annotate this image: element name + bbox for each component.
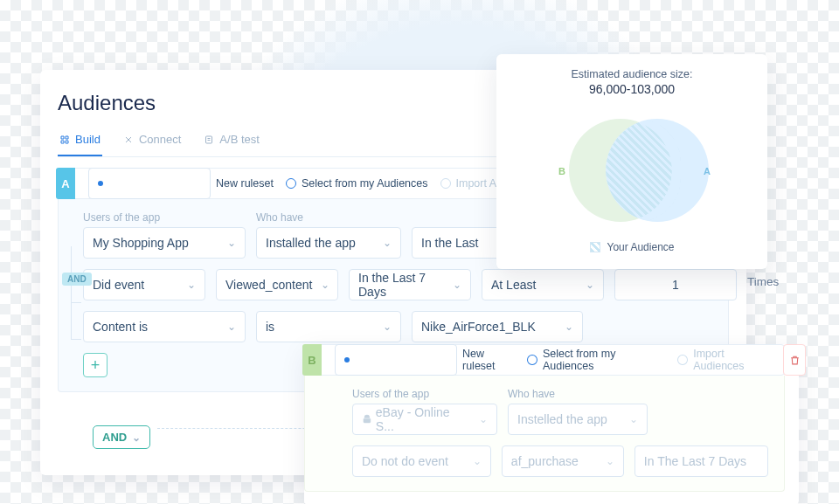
chevron-down-icon: ⌄ xyxy=(383,321,392,333)
trash-icon xyxy=(789,355,801,366)
tab-abtest[interactable]: A/B test xyxy=(202,128,261,156)
condition-row: Do not do event⌄ af_purchase⌄ In The Las… xyxy=(352,445,768,477)
estimator-legend: Your Audience xyxy=(514,241,750,253)
event-name-value: Viewed_content xyxy=(225,278,312,292)
estimator-title: Estimated audience size: xyxy=(514,68,750,80)
who-have-select[interactable]: Installed the app⌄ xyxy=(256,227,401,259)
add-condition-button[interactable]: + xyxy=(83,353,107,377)
venn-diagram: B A xyxy=(553,110,711,232)
option-select-from-audiences[interactable]: Select from my Audiences xyxy=(527,348,665,372)
app-select-value: My Shopping App xyxy=(93,236,189,250)
option-select-from-audiences[interactable]: Select from my Audiences xyxy=(286,177,428,190)
event-window-select[interactable]: In The Last 7 Days xyxy=(634,445,768,477)
venn-label-a: A xyxy=(704,166,711,176)
condition-row: Did event⌄ Viewed_content⌄ In the Last 7… xyxy=(83,269,712,300)
tree-branch xyxy=(71,302,81,303)
event-window-value: In The Last 7 Days xyxy=(644,454,746,468)
event-type-select[interactable]: Do not do event⌄ xyxy=(352,445,491,477)
chevron-down-icon: ⌄ xyxy=(227,321,236,333)
chevron-down-icon: ⌄ xyxy=(383,237,392,249)
ruleset-b-card: B New ruleset Select from my Audiences I… xyxy=(304,344,799,504)
tab-connect-label: Connect xyxy=(139,133,181,146)
event-type-select[interactable]: Did event⌄ xyxy=(83,269,205,300)
option-select-label: Select from my Audiences xyxy=(302,177,428,190)
option-import-audiences[interactable]: Import Audiences xyxy=(677,348,775,372)
venn-label-b: B xyxy=(558,166,565,176)
property-value-select[interactable]: Nike_AirForce1_BLK⌄ xyxy=(412,311,583,342)
label-who-have: Who have xyxy=(508,388,648,400)
who-have-value: Instelled the app xyxy=(517,412,607,426)
android-icon xyxy=(362,414,372,425)
condition-row: Users of the app eBay - Online S... ⌄ Wh… xyxy=(352,388,768,435)
property-value-value: Nike_AirForce1_BLK xyxy=(421,320,536,334)
delete-ruleset-b-button[interactable] xyxy=(783,344,806,376)
option-new-ruleset-label: New ruleset xyxy=(462,348,515,372)
event-comparator-select[interactable]: At Least⌄ xyxy=(482,269,604,300)
tab-build[interactable]: Build xyxy=(58,128,102,156)
chevron-down-icon: ⌄ xyxy=(479,413,488,425)
chevron-down-icon: ⌄ xyxy=(473,455,482,467)
event-count-input[interactable]: 1 xyxy=(614,269,737,300)
connect-icon xyxy=(123,135,134,145)
abtest-icon xyxy=(204,135,214,145)
option-select-label: Select from my Audiences xyxy=(543,348,665,372)
label-who-have: Who have xyxy=(256,211,401,224)
app-select-value: eBay - Online S... xyxy=(376,405,470,433)
event-type-value: Did event xyxy=(93,278,144,292)
property-op-select[interactable]: is⌄ xyxy=(256,311,401,342)
ruleset-join-and-button[interactable]: AND ⌄ xyxy=(93,425,150,449)
ruleset-b-badge: B xyxy=(302,344,322,376)
event-window-value: In the Last 7 Days xyxy=(358,271,444,299)
option-new-ruleset-label: New ruleset xyxy=(216,177,274,190)
venn-intersection xyxy=(593,119,681,222)
event-name-select[interactable]: af_purchase⌄ xyxy=(502,445,624,477)
event-comparator-value: At Least xyxy=(491,278,536,292)
chevron-down-icon: ⌄ xyxy=(565,321,573,333)
event-count-value: 1 xyxy=(672,278,679,292)
chevron-down-icon: ⌄ xyxy=(321,279,329,291)
event-window-select[interactable]: In the Last 7 Days⌄ xyxy=(349,269,471,300)
tab-connect[interactable]: Connect xyxy=(121,128,183,156)
ruleset-b-body: Users of the app eBay - Online S... ⌄ Wh… xyxy=(304,376,785,492)
and-connector-pill: AND xyxy=(62,273,92,286)
app-select[interactable]: My Shopping App⌄ xyxy=(83,227,246,259)
tree-branch xyxy=(71,339,81,340)
chevron-down-icon: ⌄ xyxy=(586,279,594,291)
property-op-value: is xyxy=(266,320,274,334)
event-name-value: af_purchase xyxy=(511,454,579,468)
build-icon xyxy=(59,135,70,145)
estimator-value: 96,000-103,000 xyxy=(514,82,750,96)
and-button-label: AND xyxy=(102,431,127,444)
ruleset-a-badge: A xyxy=(56,168,75,199)
who-have-value: Installed the app xyxy=(266,236,356,250)
ruleset-b-header: New ruleset Select from my Audiences Imp… xyxy=(304,344,785,376)
chevron-down-icon: ⌄ xyxy=(132,432,141,444)
chevron-down-icon: ⌄ xyxy=(629,413,638,425)
event-name-select[interactable]: Viewed_content⌄ xyxy=(216,269,338,300)
property-field-select[interactable]: Content is⌄ xyxy=(83,311,246,342)
who-have-select[interactable]: Instelled the app⌄ xyxy=(508,404,648,435)
tab-build-label: Build xyxy=(75,133,101,146)
times-label: Times xyxy=(747,275,779,295)
legend-swatch xyxy=(590,242,600,252)
who-have-window-value: In the Last xyxy=(421,236,478,250)
audience-estimator-card: Estimated audience size: 96,000-103,000 … xyxy=(496,54,767,269)
tab-abtest-label: A/B test xyxy=(219,133,260,146)
label-users-of-app: Users of the app xyxy=(83,211,246,224)
option-new-ruleset[interactable]: New ruleset xyxy=(88,168,274,199)
event-type-value: Do not do event xyxy=(362,454,448,468)
chevron-down-icon: ⌄ xyxy=(453,279,461,291)
chevron-down-icon: ⌄ xyxy=(187,279,196,291)
chevron-down-icon: ⌄ xyxy=(227,237,236,249)
option-new-ruleset[interactable]: New ruleset xyxy=(335,344,515,376)
chevron-down-icon: ⌄ xyxy=(606,455,614,467)
property-field-value: Content is xyxy=(93,320,148,334)
legend-label: Your Audience xyxy=(607,241,675,253)
label-users-of-app: Users of the app xyxy=(352,388,497,400)
tree-line xyxy=(71,246,72,339)
condition-row: Content is⌄ is⌄ Nike_AirForce1_BLK⌄ xyxy=(83,311,712,342)
app-select[interactable]: eBay - Online S... ⌄ xyxy=(352,404,497,435)
option-import-label: Import Audiences xyxy=(693,348,775,372)
